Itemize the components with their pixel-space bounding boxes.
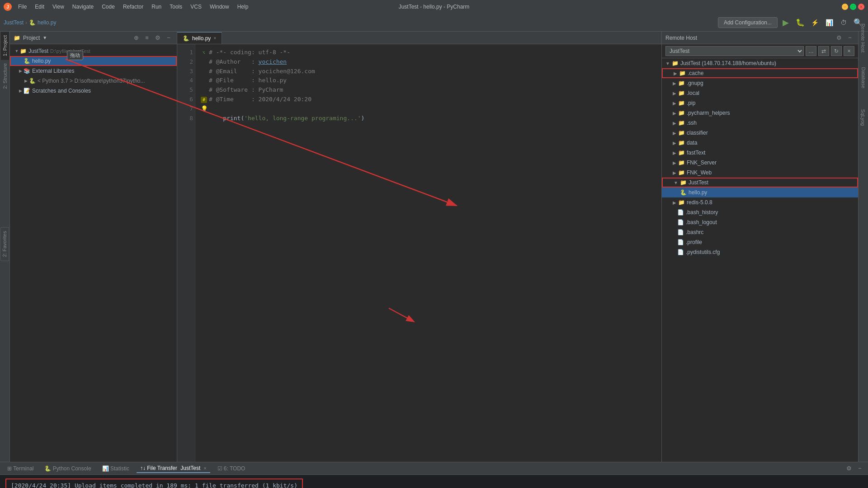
- bulb-icon[interactable]: 💡: [201, 105, 208, 112]
- app-logo: J: [4, 3, 12, 11]
- tab-terminal[interactable]: ⊞ Terminal: [4, 465, 37, 473]
- remote-root[interactable]: ▼ 📁 JustTest (148.70.174.188/home/ubuntu…: [662, 58, 858, 68]
- transfer-settings-icon[interactable]: ⚙: [844, 464, 854, 473]
- coverage-button[interactable]: ⚡: [808, 16, 821, 29]
- remote-header-icons: ⚙ −: [835, 33, 854, 42]
- remote-item-fasttext[interactable]: ▶ 📁 fastText: [662, 148, 858, 158]
- remote-item-bashrc[interactable]: 📄 .bashrc: [662, 227, 858, 237]
- menu-navigate[interactable]: Navigate: [69, 3, 97, 11]
- code-editor[interactable]: ⌥ # -*- coding: utf-8 -*- # @Author : yo…: [195, 44, 661, 462]
- remote-host-panel: Remote Host ⚙ − JustTest … ⇄ ↻ × ▼ 📁 Jus…: [661, 32, 858, 462]
- menu-code[interactable]: Code: [98, 3, 118, 11]
- vtab-sqlyog[interactable]: SqLyog: [857, 108, 868, 127]
- locate-file-icon[interactable]: ⊕: [132, 33, 141, 42]
- menu-refactor[interactable]: Refactor: [119, 3, 147, 11]
- minimize-button[interactable]: −: [842, 4, 848, 10]
- code-comment-1: # -*- coding: utf-8 -*-: [209, 48, 290, 57]
- remote-item-profile[interactable]: 📄 .profile: [662, 237, 858, 247]
- vtab-remote-host[interactable]: Remote Host: [857, 22, 868, 54]
- tab-file-transfer-close[interactable]: ×: [204, 466, 207, 471]
- line-num-7: 7: [179, 104, 193, 114]
- remote-item-data[interactable]: ▶ 📁 data: [662, 138, 858, 148]
- libs-icon: 📚: [24, 68, 30, 74]
- remote-item-bash-logout[interactable]: 📄 .bash_logout: [662, 217, 858, 227]
- line-num-1: 1: [179, 48, 193, 57]
- add-configuration-button[interactable]: Add Configuration...: [718, 17, 778, 28]
- py-icon: 🐍: [29, 78, 36, 84]
- remote-item-pycharm-helpers-label: .pycharm_helpers: [687, 110, 730, 116]
- tab-file-icon: 🐍: [183, 35, 189, 42]
- settings-icon[interactable]: ⚙: [153, 33, 162, 42]
- breadcrumb-filename[interactable]: hello.py: [38, 19, 56, 26]
- run-button[interactable]: ▶: [779, 16, 792, 29]
- remote-item-cache[interactable]: ▶ 📁 .cache: [662, 68, 858, 78]
- remote-item-fnk-web[interactable]: ▶ 📁 FNK_Web: [662, 168, 858, 178]
- remote-add-btn[interactable]: …: [806, 46, 816, 56]
- remote-item-fasttext-label: fastText: [687, 150, 705, 156]
- tab-statistic[interactable]: 📊 Statistic: [99, 465, 133, 473]
- menu-help[interactable]: Help: [234, 3, 252, 11]
- code-line-6: # # @Time : 2020/4/24 20:20: [201, 95, 656, 104]
- editor-tab-hello-py[interactable]: 🐍 hello.py ×: [177, 32, 222, 44]
- close-panel-icon[interactable]: −: [164, 33, 173, 42]
- remote-item-local[interactable]: ▶ 📁 .local: [662, 88, 858, 98]
- menu-window[interactable]: Window: [206, 3, 233, 11]
- remote-host-select[interactable]: JustTest: [665, 46, 804, 56]
- right-vertical-tabs: Remote Host Database SqLyog: [858, 32, 868, 462]
- tab-todo[interactable]: ☑ 6: TODO: [214, 465, 249, 473]
- concurrency-button[interactable]: ⏱: [837, 16, 850, 29]
- remote-item-fnk-server[interactable]: ▶ 📁 FNK_Server: [662, 158, 858, 168]
- menu-vcs[interactable]: VCS: [187, 3, 205, 11]
- tree-item-hello-py[interactable]: 🐍 hello.py: [10, 56, 177, 66]
- maximize-button[interactable]: □: [850, 4, 856, 10]
- tree-root[interactable]: ▼ 📁 JustTest D:\pyfiles\JustTest: [10, 46, 177, 56]
- remote-item-ssh[interactable]: ▶ 📁 .ssh: [662, 118, 858, 128]
- breadcrumb-project[interactable]: JustTest: [4, 19, 24, 26]
- tree-item-scratches[interactable]: ▶ 📝 Scratches and Consoles: [10, 86, 177, 96]
- vtab-structure[interactable]: 2: Structure: [1, 60, 9, 93]
- collapse-icon[interactable]: ≡: [142, 33, 151, 42]
- remote-item-pip[interactable]: ▶ 📁 .pip: [662, 98, 858, 108]
- tree-item-external-libs[interactable]: ▶ 📚 External Libraries: [10, 66, 177, 76]
- remote-item-justtest[interactable]: ▼ 📁 JustTest: [662, 178, 858, 188]
- remote-file-icon: 📄: [677, 239, 684, 245]
- gutter-bookmark: #: [201, 96, 207, 104]
- tab-python-console[interactable]: 🐍 Python Console: [41, 465, 94, 473]
- vtab-project[interactable]: 1: Project: [1, 32, 9, 60]
- remote-refresh-btn[interactable]: ↻: [831, 46, 842, 56]
- remote-settings-icon[interactable]: ⚙: [835, 33, 844, 42]
- profile-button[interactable]: 📊: [823, 16, 835, 29]
- menu-edit[interactable]: Edit: [31, 3, 48, 11]
- remote-item-pycharm-helpers[interactable]: ▶ 📁 .pycharm_helpers: [662, 108, 858, 118]
- main-layout: 1: Project 2: Structure 📁 Project ▼ ⊕ ≡ …: [0, 32, 868, 462]
- menu-view[interactable]: View: [49, 3, 68, 11]
- menu-run[interactable]: Run: [148, 3, 165, 11]
- tree-item-python[interactable]: ▶ 🐍 < Python 3.7 > D:\software\python37\…: [10, 76, 177, 86]
- remote-item-pydistutils[interactable]: 📄 .pydistutils.cfg: [662, 247, 858, 257]
- file-transfer-tab-bar: ⊞ Terminal 🐍 Python Console 📊 Statistic …: [0, 462, 868, 475]
- file-transfer-icon: ↑↓: [140, 465, 146, 471]
- remote-close-icon[interactable]: −: [845, 33, 854, 42]
- project-header-icons: ⊕ ≡ ⚙ −: [132, 33, 173, 42]
- remote-item-redis[interactable]: ▶ 📁 redis-5.0.8: [662, 197, 858, 207]
- vtab-database[interactable]: Database: [857, 66, 868, 89]
- remote-close-btn[interactable]: ×: [844, 46, 854, 56]
- window-controls: − □ ×: [842, 4, 864, 10]
- debug-button[interactable]: 🐛: [794, 16, 807, 29]
- python-console-icon: 🐍: [44, 465, 51, 472]
- project-dropdown-icon[interactable]: ▼: [42, 35, 47, 40]
- vtab-favorites[interactable]: 2: Favorites: [0, 227, 9, 261]
- remote-item-bash-history[interactable]: 📄 .bash_history: [662, 207, 858, 217]
- menu-tools[interactable]: Tools: [166, 3, 186, 11]
- remote-item-hello-py-label: hello.py: [689, 189, 707, 196]
- menu-file[interactable]: File: [14, 3, 30, 11]
- remote-item-classifier[interactable]: ▶ 📁 classifier: [662, 128, 858, 138]
- tab-close-button[interactable]: ×: [213, 36, 216, 41]
- tab-file-transfer[interactable]: ↑↓ File Transfer JustTest ×: [137, 464, 210, 473]
- close-button[interactable]: ×: [858, 4, 864, 10]
- transfer-close-icon[interactable]: −: [855, 464, 864, 473]
- remote-sync-btn[interactable]: ⇄: [818, 46, 829, 56]
- remote-item-gnupg[interactable]: ▶ 📁 .gnupg: [662, 78, 858, 88]
- remote-item-hello-py[interactable]: 🐍 hello.py: [662, 188, 858, 197]
- remote-folder-icon: 📁: [678, 169, 685, 176]
